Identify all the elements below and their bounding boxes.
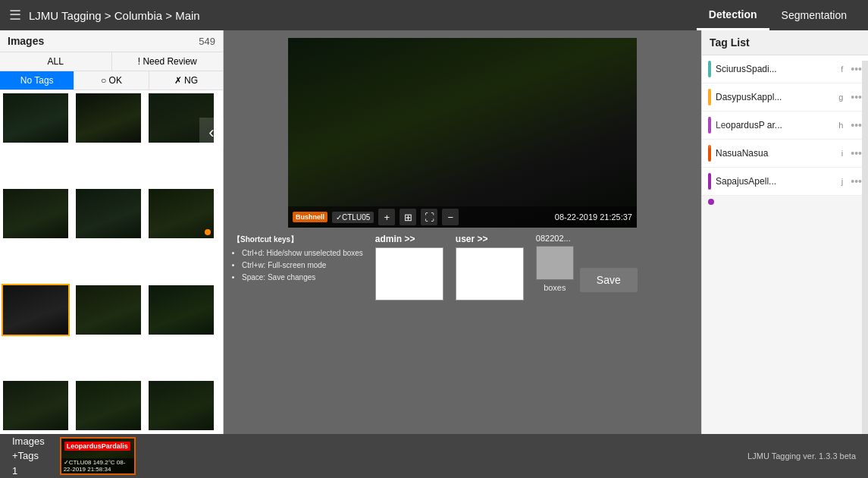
shortcut-key-3: Space: Save changes xyxy=(242,272,363,284)
leopard-label: LeopardusPardalis xyxy=(64,442,130,451)
zoom-out-button[interactable]: − xyxy=(442,209,459,225)
thumbnail-1[interactable] xyxy=(3,93,68,143)
top-nav: ☰ LJMU Tagging > Columbia > Main Detecti… xyxy=(0,0,868,30)
images-header: Images 549 xyxy=(0,30,223,52)
thumbnail-11[interactable] xyxy=(76,381,141,430)
shortcut-keys: 【Shortcut keys】 Ctrl+d: Hide/show unsele… xyxy=(233,234,363,284)
prev-button[interactable]: ‹ xyxy=(199,118,224,148)
filter-no-tags[interactable]: No Tags xyxy=(0,71,74,90)
tag-key-2: h xyxy=(838,121,843,130)
filter-row1: ALL ! Need Review xyxy=(0,52,223,71)
bottom-status: Images +Tags 1 LeopardusPardalis ✓CTLU08… xyxy=(0,434,868,478)
bottom-preview-footer: ✓CTLU08 149.2°C 08-22-2019 21:58:34 xyxy=(61,458,134,473)
thumbnail-10[interactable] xyxy=(3,381,68,430)
image-grid xyxy=(0,90,223,478)
tag-item-3[interactable]: NasuaNasua i ••• xyxy=(702,140,868,168)
bottom-info: 【Shortcut keys】 Ctrl+d: Hide/show unsele… xyxy=(230,234,695,300)
thumbnail-4[interactable] xyxy=(3,189,68,238)
tag-more-3[interactable]: ••• xyxy=(851,147,862,159)
boxes-row: boxes Save xyxy=(536,246,638,292)
tag-key-0: f xyxy=(841,64,843,74)
tag-list-header: Tag List xyxy=(702,30,868,55)
images-tags-count: Images +Tags 1 xyxy=(12,434,45,478)
thumbnail-7[interactable] xyxy=(3,285,68,335)
right-panel-scrollbar[interactable] xyxy=(862,61,868,478)
user-textarea[interactable] xyxy=(456,247,524,300)
file-name: 082202... xyxy=(536,234,571,243)
tag-key-3: i xyxy=(841,149,843,158)
thumbnail-5[interactable] xyxy=(76,189,141,238)
hamburger-icon[interactable]: ☰ xyxy=(9,7,21,24)
tag-color-4 xyxy=(708,173,711,190)
shortcut-keys-list: Ctrl+d: Hide/show unselected boxes Ctrl+… xyxy=(233,247,363,284)
tag-more-1[interactable]: ••• xyxy=(851,91,862,103)
tag-name-4: SapajusApell... xyxy=(716,176,837,187)
tag-more-2[interactable]: ••• xyxy=(851,119,862,131)
user-label: user >> xyxy=(456,234,524,244)
tab-segmentation[interactable]: Segmentation xyxy=(769,0,859,30)
shortcut-key-2: Ctrl+w: Full-screen mode xyxy=(242,259,363,272)
admin-section: admin >> xyxy=(375,234,443,300)
fullscreen-button[interactable]: ⛶ xyxy=(421,209,437,225)
boxes-area: boxes xyxy=(536,246,574,292)
shortcut-keys-title: 【Shortcut keys】 xyxy=(233,234,363,246)
boxes-preview xyxy=(536,246,574,280)
thumbnail-8[interactable] xyxy=(76,285,141,335)
bottom-preview[interactable]: LeopardusPardalis ✓CTLU08 149.2°C 08-22-… xyxy=(60,437,136,475)
filter-ok[interactable]: ○ OK xyxy=(74,71,149,90)
fit-button[interactable]: ⊞ xyxy=(400,209,416,225)
right-panel: Tag List SciurusSpadi... f ••• DasypusKa… xyxy=(701,30,868,478)
tag-item-2[interactable]: LeopardusP ar... h ••• xyxy=(702,112,868,140)
images-count: 549 xyxy=(199,36,215,47)
thumbnail-9[interactable] xyxy=(149,285,214,335)
tag-name-3: NasuaNasua xyxy=(716,148,837,159)
images-label: Images xyxy=(12,434,45,449)
tag-color-0 xyxy=(708,61,711,77)
user-section: user >> xyxy=(456,234,524,300)
image-date: 08-22-2019 21:25:37 xyxy=(555,212,632,222)
admin-textarea[interactable] xyxy=(375,247,443,300)
tag-color-1 xyxy=(708,89,711,105)
filter-need-review[interactable]: ! Need Review xyxy=(112,52,224,71)
thumbnail-6[interactable] xyxy=(149,189,214,238)
filter-ng[interactable]: ✗ NG xyxy=(149,71,223,90)
tag-name-1: DasypusKappl... xyxy=(716,92,834,102)
thumbnail-2[interactable] xyxy=(76,93,141,143)
filter-all[interactable]: ALL xyxy=(0,52,112,71)
ctlu-badge: ✓CTLU05 xyxy=(332,212,374,223)
tab-detection[interactable]: Detection xyxy=(697,0,769,30)
image-toolbar: Bushnell ✓CTLU05 + ⊞ ⛶ − 08-22-2019 21:2… xyxy=(288,206,637,228)
main-layout: Images 549 ALL ! Need Review No Tags ○ O… xyxy=(0,30,868,478)
tag-item-1[interactable]: DasypusKappl... g ••• xyxy=(702,83,868,112)
thumbnail-12[interactable] xyxy=(149,381,214,430)
center-panel: ‹ Bushnell ✓CTLU05 + ⊞ ⛶ − 08-22-2019 21… xyxy=(224,30,701,478)
next-button[interactable]: › xyxy=(701,118,725,148)
admin-label: admin >> xyxy=(375,234,443,244)
version-label: LJMU Tagging ver. 1.3.3 beta xyxy=(747,451,856,461)
images-title: Images xyxy=(8,35,44,47)
left-panel: Images 549 ALL ! Need Review No Tags ○ O… xyxy=(0,30,224,478)
tag-key-1: g xyxy=(838,93,843,102)
breadcrumb: LJMU Tagging > Columbia > Main xyxy=(29,9,200,22)
filter-row2: No Tags ○ OK ✗ NG xyxy=(0,71,223,90)
image-wrapper: ‹ Bushnell ✓CTLU05 + ⊞ ⛶ − 08-22-2019 21… xyxy=(230,38,695,228)
boxes-save-area: 082202... boxes Save xyxy=(536,234,638,292)
main-image: Bushnell ✓CTLU05 + ⊞ ⛶ − 08-22-2019 21:2… xyxy=(288,38,637,228)
nav-left: ☰ LJMU Tagging > Columbia > Main xyxy=(9,7,200,24)
tags-label: +Tags xyxy=(12,448,45,464)
tag-item-0[interactable]: SciurusSpadi... f ••• xyxy=(702,55,868,83)
save-button[interactable]: Save xyxy=(580,268,638,292)
zoom-in-button[interactable]: + xyxy=(378,209,395,225)
boxes-label: boxes xyxy=(544,283,566,292)
tag-more-4[interactable]: ••• xyxy=(851,175,862,187)
main-image-display xyxy=(288,38,637,228)
tag-item-4[interactable]: SapajusApell... j ••• xyxy=(702,168,868,196)
tag-list: SciurusSpadi... f ••• DasypusKappl... g … xyxy=(702,55,868,196)
tag-key-4: j xyxy=(841,177,843,186)
tag-more-0[interactable]: ••• xyxy=(851,63,862,75)
tag-name-2: LeopardusP ar... xyxy=(716,120,834,131)
count-label: 1 xyxy=(12,464,45,478)
bushnell-badge: Bushnell xyxy=(293,212,327,222)
nav-right: Detection Segmentation xyxy=(697,0,859,30)
tag-indicator xyxy=(708,199,714,205)
